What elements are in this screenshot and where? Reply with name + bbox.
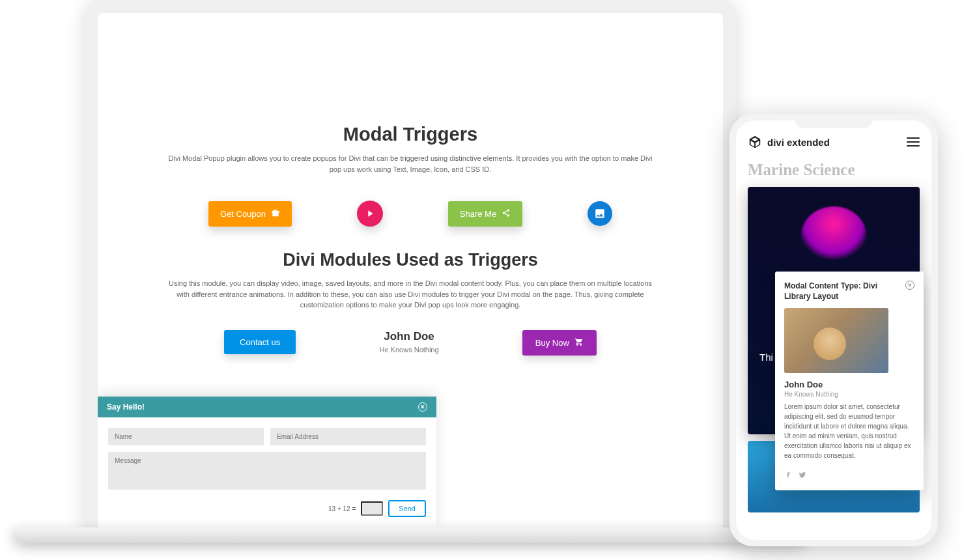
phone-notch [795,114,873,128]
message-field[interactable] [108,452,426,490]
contact-modal-title: Say Hello! [107,402,145,412]
desc-modal-triggers: Divi Modal Popup plugin allows you to cr… [163,153,658,175]
person-name: John Doe [380,330,439,343]
section-modal-triggers: Modal Triggers Divi Modal Popup plugin a… [98,13,723,227]
share-me-label: Share Me [460,209,496,219]
heading-modal-triggers: Modal Triggers [98,124,723,145]
jellyfish-image [801,206,866,265]
contact-modal-header: Say Hello! ✕ [98,397,436,417]
email-field[interactable] [270,428,426,445]
person-subtitle: He Knows Nothing [380,346,439,354]
close-icon[interactable]: ✕ [905,281,914,290]
contact-modal: Say Hello! ✕ 13 + 12 = Send [98,397,436,527]
laptop-screen: Modal Triggers Divi Modal Popup plugin a… [98,13,723,527]
menu-icon[interactable] [907,137,920,147]
get-coupon-button[interactable]: Get Coupon [208,201,292,227]
buy-now-button[interactable]: Buy Now [522,330,597,356]
svg-point-0 [507,209,510,212]
image-trigger-button[interactable] [588,201,612,226]
section-divi-modules: Divi Modules Used as Triggers Using this… [98,250,723,356]
get-coupon-label: Get Coupon [220,209,266,219]
twitter-icon[interactable] [799,469,806,481]
phone-screen: divi extended Marine Science Thi dive Mo… [736,120,931,540]
card-body-text: Lorem ipsum dolor sit amet, consectetur … [784,402,914,460]
captcha-label: 13 + 12 = [328,505,356,512]
trigger-row: Get Coupon Share Me [176,201,645,227]
image-icon [594,208,606,219]
modal-card: Modal Content Type: Divi Library Layout … [775,272,924,490]
svg-point-2 [507,214,510,217]
name-field[interactable] [108,428,264,445]
hero-text-left: Thi [759,352,773,363]
card-subtitle: He Knows Nothing [784,391,914,398]
modal-card-title: Modal Content Type: Divi Library Layout [784,281,882,301]
close-icon[interactable]: ✕ [418,402,427,412]
laptop-base [13,527,808,543]
desc-divi-modules: Using this module, you can display video… [163,278,658,311]
contact-modal-body: 13 + 12 = Send [98,417,436,527]
heading-divi-modules: Divi Modules Used as Triggers [98,250,723,270]
contact-us-button[interactable]: Contact us [224,330,296,354]
module-trigger-row: Contact us John Doe He Knows Nothing Buy… [182,330,638,356]
laptop-frame: Modal Triggers Divi Modal Popup plugin a… [85,0,736,527]
page-title: Marine Science [736,156,931,187]
brand-label: divi extended [767,137,830,148]
captcha-input[interactable] [361,501,383,516]
person-block[interactable]: John Doe He Knows Nothing [380,330,439,354]
card-social [784,469,914,481]
svg-point-1 [503,212,505,214]
cart-icon [574,337,584,348]
card-image [784,308,888,373]
play-button[interactable] [357,201,383,227]
send-button[interactable]: Send [388,500,426,517]
brand-logo[interactable]: divi extended [748,135,830,149]
play-icon [365,208,375,219]
share-me-button[interactable]: Share Me [448,201,522,227]
logo-icon [748,135,762,149]
facebook-icon[interactable] [784,469,792,481]
buy-now-label: Buy Now [535,338,569,348]
gift-icon [271,208,280,219]
card-name: John Doe [784,380,914,389]
phone-frame: divi extended Marine Science Thi dive Mo… [729,114,938,546]
share-icon [502,208,511,219]
